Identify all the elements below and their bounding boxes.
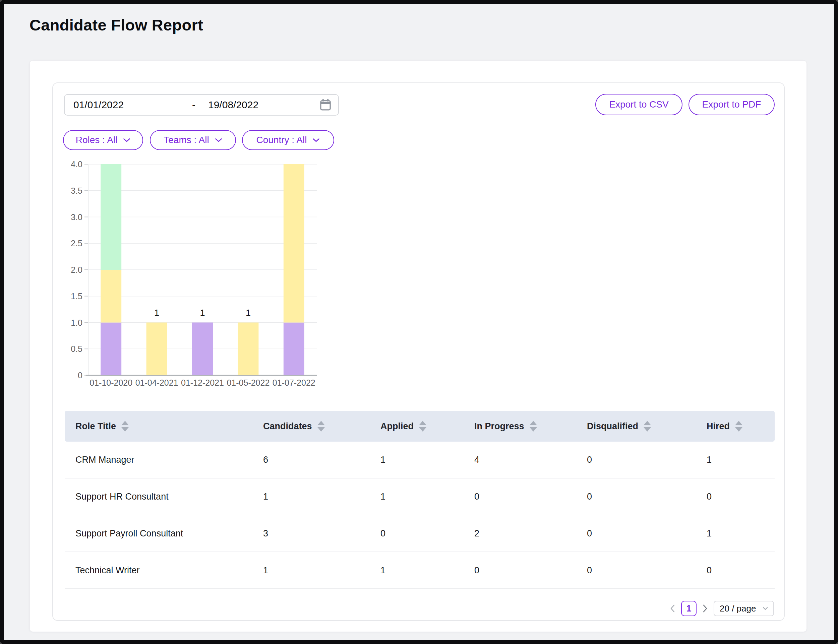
y-tick-label: 0.5 bbox=[71, 344, 82, 353]
y-tick-label: 1.0 bbox=[71, 318, 82, 327]
candidate-flow-chart: 4.03.53.02.52.01.51.00.5001-10-2020101-0… bbox=[56, 155, 331, 393]
bar-value-label: 1 bbox=[154, 308, 159, 318]
bar-segment-yellow[interactable] bbox=[238, 323, 258, 376]
value-cell: 1 bbox=[380, 455, 474, 465]
roles-filter[interactable]: Roles : All bbox=[63, 130, 143, 150]
role-title-cell: Support HR Consultant bbox=[76, 491, 263, 502]
table-row: Support HR Consultant11000 bbox=[65, 478, 775, 515]
column-header-applied[interactable]: Applied bbox=[380, 421, 474, 432]
role-title-cell: Support Payroll Consultant bbox=[76, 528, 263, 539]
roles-filter-label: Roles : All bbox=[76, 135, 118, 145]
date-range-input[interactable]: 01/01/2022 - 19/08/2022 bbox=[64, 94, 339, 116]
table-row: Support Payroll Consultant30201 bbox=[65, 515, 775, 552]
x-tick-label: 01-12-2021 bbox=[181, 378, 224, 387]
teams-filter-label: Teams : All bbox=[164, 135, 209, 145]
bar-segment-yellow[interactable] bbox=[147, 323, 167, 376]
chevron-down-icon bbox=[313, 138, 320, 142]
country-filter[interactable]: Country : All bbox=[242, 130, 334, 150]
value-cell: 4 bbox=[474, 455, 587, 465]
role-title-cell: CRM Manager bbox=[76, 455, 263, 465]
export-pdf-button[interactable]: Export to PDF bbox=[688, 94, 775, 115]
value-cell: 0 bbox=[587, 528, 706, 539]
role-title-cell: Technical Writer bbox=[76, 565, 263, 576]
previous-page-button[interactable] bbox=[670, 604, 675, 613]
candidate-flow-report-screen: Candidate Flow Report 01/01/2022 - 19/08… bbox=[0, 0, 838, 644]
value-cell: 0 bbox=[706, 491, 775, 502]
export-pdf-label: Export to PDF bbox=[702, 99, 761, 110]
country-filter-label: Country : All bbox=[257, 135, 307, 145]
x-tick-label: 01-05-2022 bbox=[227, 378, 270, 387]
value-cell: 1 bbox=[706, 528, 775, 539]
table-body: CRM Manager61401Support HR Consultant110… bbox=[65, 442, 775, 589]
export-csv-button[interactable]: Export to CSV bbox=[595, 94, 682, 115]
date-start-value[interactable]: 01/01/2022 bbox=[73, 99, 124, 110]
column-label: Candidates bbox=[263, 421, 312, 432]
chevron-down-icon bbox=[215, 138, 222, 142]
page-number: 1 bbox=[686, 603, 691, 614]
chevron-right-icon bbox=[703, 604, 708, 613]
table-header-row: Role Title Candidates Applied bbox=[65, 411, 775, 442]
report-panel: 01/01/2022 - 19/08/2022 Export to CSV Ex… bbox=[52, 82, 785, 621]
sort-icon[interactable] bbox=[735, 421, 743, 432]
export-csv-label: Export to CSV bbox=[609, 99, 668, 110]
column-label: Role Title bbox=[76, 421, 116, 432]
value-cell: 3 bbox=[263, 528, 380, 539]
bar-segment-yellow[interactable] bbox=[100, 270, 121, 323]
next-page-button[interactable] bbox=[703, 604, 708, 613]
y-tick-label: 0 bbox=[78, 371, 82, 380]
value-cell: 1 bbox=[263, 491, 380, 502]
value-cell: 0 bbox=[587, 565, 706, 576]
bar-segment-purple[interactable] bbox=[100, 323, 121, 376]
pagination: 1 20 / page bbox=[670, 601, 774, 616]
value-cell: 1 bbox=[263, 565, 380, 576]
value-cell: 0 bbox=[474, 491, 587, 502]
table-row: Technical Writer11000 bbox=[65, 552, 775, 589]
chevron-down-icon bbox=[762, 607, 768, 610]
sort-icon[interactable] bbox=[530, 421, 537, 432]
date-end-value[interactable]: 19/08/2022 bbox=[208, 99, 258, 110]
calendar-icon[interactable] bbox=[319, 99, 331, 111]
table-row: CRM Manager61401 bbox=[65, 442, 775, 478]
bar-segment-green[interactable] bbox=[100, 164, 121, 270]
y-tick-label: 3.5 bbox=[71, 186, 82, 196]
column-header-disqualified[interactable]: Disqualified bbox=[587, 421, 706, 432]
column-header-role-title[interactable]: Role Title bbox=[76, 421, 263, 432]
sort-icon[interactable] bbox=[644, 421, 651, 432]
page-number-button[interactable]: 1 bbox=[681, 601, 696, 616]
chevron-down-icon bbox=[123, 138, 130, 142]
page-size-select[interactable]: 20 / page bbox=[714, 601, 774, 616]
y-tick-label: 4.0 bbox=[71, 159, 82, 169]
bar-value-label: 1 bbox=[200, 308, 205, 318]
teams-filter[interactable]: Teams : All bbox=[150, 130, 236, 150]
value-cell: 0 bbox=[474, 565, 587, 576]
value-cell: 6 bbox=[263, 455, 380, 465]
value-cell: 0 bbox=[587, 455, 706, 465]
column-label: Disqualified bbox=[587, 421, 638, 432]
value-cell: 1 bbox=[706, 455, 775, 465]
sort-icon[interactable] bbox=[318, 421, 325, 432]
chevron-left-icon bbox=[670, 604, 675, 613]
bar-segment-yellow[interactable] bbox=[283, 164, 305, 323]
value-cell: 2 bbox=[474, 528, 587, 539]
sort-icon[interactable] bbox=[419, 421, 426, 432]
date-range-separator: - bbox=[192, 99, 196, 110]
candidate-flow-table: Role Title Candidates Applied bbox=[65, 411, 775, 589]
value-cell: 1 bbox=[380, 565, 474, 576]
column-label: Hired bbox=[706, 421, 730, 432]
column-header-hired[interactable]: Hired bbox=[706, 421, 775, 432]
y-tick-label: 2.0 bbox=[71, 265, 82, 274]
report-card: 01/01/2022 - 19/08/2022 Export to CSV Ex… bbox=[30, 60, 807, 632]
column-header-in-progress[interactable]: In Progress bbox=[474, 421, 587, 432]
bar-segment-purple[interactable] bbox=[192, 323, 213, 376]
page-title: Candidate Flow Report bbox=[30, 16, 203, 34]
value-cell: 0 bbox=[706, 565, 775, 576]
y-tick-label: 3.0 bbox=[71, 212, 82, 222]
value-cell: 0 bbox=[587, 491, 706, 502]
column-header-candidates[interactable]: Candidates bbox=[263, 421, 380, 432]
x-tick-label: 01-04-2021 bbox=[135, 378, 178, 387]
value-cell: 1 bbox=[380, 491, 474, 502]
page-size-value: 20 / page bbox=[719, 603, 756, 614]
x-tick-label: 01-07-2022 bbox=[273, 378, 315, 387]
bar-segment-purple[interactable] bbox=[283, 323, 305, 376]
sort-icon[interactable] bbox=[121, 421, 129, 432]
